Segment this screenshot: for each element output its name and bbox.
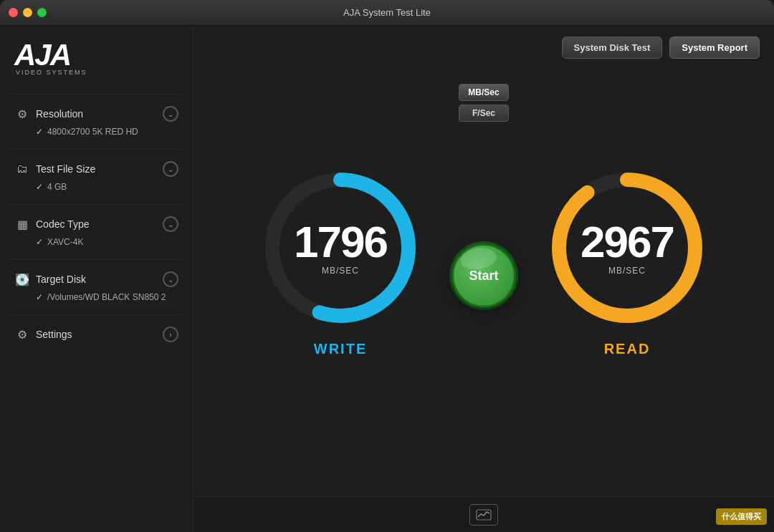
resolution-value-row: ✓ 4800x2700 5K RED HD	[11, 125, 182, 141]
titlebar: AJA System Test Lite	[0, 0, 774, 26]
codec-chevron[interactable]: ⌄	[163, 216, 178, 232]
top-toolbar: System Disk Test System Report	[194, 26, 774, 69]
chart-button[interactable]	[469, 504, 498, 526]
sidebar-divider-3	[11, 204, 182, 205]
disk-checkmark: ✓	[36, 292, 43, 302]
sidebar-divider-5	[11, 314, 182, 315]
disk-value: /Volumes/WD BLACK SN850 2	[47, 292, 166, 302]
read-gauge-circle: 2967 MB/SEC	[545, 165, 710, 330]
disk-chevron[interactable]: ⌄	[163, 271, 178, 287]
settings-label: Settings	[36, 329, 163, 340]
aja-logo: AJA VIDEO SYSTEMS	[14, 40, 178, 76]
write-value: 1796	[294, 220, 387, 264]
gauge-container: 1796 MB/SEC WRITE Start	[258, 165, 710, 357]
unit-toggles: MB/Sec F/Sec	[459, 84, 509, 122]
write-gauge-inner: 1796 MB/SEC	[294, 220, 387, 276]
codec-icon: ▦	[14, 216, 30, 232]
minimize-button[interactable]	[23, 8, 32, 17]
f-sec-button[interactable]: F/Sec	[459, 105, 509, 122]
codec-label: Codec Type	[36, 218, 163, 230]
close-button[interactable]	[9, 8, 18, 17]
filesize-chevron[interactable]: ⌄	[163, 161, 178, 177]
filesize-icon: 🗂	[14, 161, 30, 177]
sidebar-section-disk: 💽 Target Disk ⌄ ✓ /Volumes/WD BLACK SN85…	[0, 263, 193, 311]
start-button[interactable]: Start	[452, 243, 516, 308]
window-title: AJA System Test Lite	[343, 7, 431, 18]
write-label: WRITE	[314, 341, 367, 357]
read-unit: MB/SEC	[580, 266, 674, 276]
sidebar-section-filesize: 🗂 Test File Size ⌄ ✓ 4 GB	[0, 153, 193, 200]
write-gauge-wrapper: 1796 MB/SEC WRITE	[258, 165, 423, 357]
write-gauge-circle: 1796 MB/SEC	[258, 165, 423, 330]
resolution-icon: ⚙	[14, 106, 30, 122]
sidebar: AJA VIDEO SYSTEMS ⚙ Resolution ⌄ ✓ 4800x…	[0, 26, 194, 532]
sidebar-item-codec[interactable]: ▦ Codec Type ⌄	[11, 213, 182, 236]
sidebar-item-settings[interactable]: ⚙ Settings ›	[11, 323, 182, 346]
settings-chevron[interactable]: ›	[163, 327, 178, 342]
sidebar-divider-2	[11, 149, 182, 150]
sidebar-divider-1	[11, 94, 182, 95]
bottom-bar	[194, 496, 774, 532]
filesize-checkmark: ✓	[36, 182, 43, 192]
start-button-container: Start	[452, 229, 516, 294]
chart-icon	[476, 509, 492, 521]
codec-value-row: ✓ XAVC-4K	[11, 236, 182, 251]
read-label: READ	[604, 341, 651, 357]
aja-logo-subtitle: VIDEO SYSTEMS	[16, 69, 87, 76]
filesize-value-row: ✓ 4 GB	[11, 180, 182, 196]
read-gauge-wrapper: 2967 MB/SEC READ	[545, 165, 710, 357]
gauges-area: MB/Sec F/Sec 1796	[194, 69, 774, 496]
write-unit: MB/SEC	[294, 266, 387, 276]
filesize-label: Test File Size	[36, 163, 163, 175]
maximize-button[interactable]	[37, 8, 47, 17]
main-content: AJA VIDEO SYSTEMS ⚙ Resolution ⌄ ✓ 4800x…	[0, 26, 774, 532]
mb-sec-button[interactable]: MB/Sec	[459, 84, 509, 101]
sidebar-item-filesize[interactable]: 🗂 Test File Size ⌄	[11, 158, 182, 180]
sidebar-section-settings: ⚙ Settings ›	[0, 319, 193, 350]
system-report-button[interactable]: System Report	[669, 37, 760, 59]
codec-checkmark: ✓	[36, 237, 43, 247]
disk-value-row: ✓ /Volumes/WD BLACK SN850 2	[11, 291, 182, 306]
codec-value: XAVC-4K	[47, 237, 83, 247]
resolution-value: 4800x2700 5K RED HD	[47, 127, 138, 137]
logo-container: AJA VIDEO SYSTEMS	[0, 37, 193, 90]
sidebar-item-resolution[interactable]: ⚙ Resolution ⌄	[11, 102, 182, 125]
resolution-label: Resolution	[36, 108, 163, 120]
resolution-chevron[interactable]: ⌄	[163, 106, 178, 122]
window-controls	[9, 8, 47, 17]
read-gauge-inner: 2967 MB/SEC	[580, 220, 674, 276]
sidebar-section-codec: ▦ Codec Type ⌄ ✓ XAVC-4K	[0, 208, 193, 256]
filesize-value: 4 GB	[47, 182, 67, 192]
sidebar-section-resolution: ⚙ Resolution ⌄ ✓ 4800x2700 5K RED HD	[0, 98, 193, 145]
sidebar-divider-4	[11, 259, 182, 260]
system-disk-test-button[interactable]: System Disk Test	[562, 37, 663, 59]
right-panel: System Disk Test System Report MB/Sec F/…	[194, 26, 774, 532]
aja-logo-text: AJA	[14, 40, 70, 70]
settings-icon: ⚙	[14, 327, 30, 342]
disk-label: Target Disk	[36, 274, 163, 285]
resolution-checkmark: ✓	[36, 127, 43, 137]
disk-icon: 💽	[14, 271, 30, 287]
sidebar-item-disk[interactable]: 💽 Target Disk ⌄	[11, 268, 182, 291]
read-value: 2967	[580, 220, 674, 264]
